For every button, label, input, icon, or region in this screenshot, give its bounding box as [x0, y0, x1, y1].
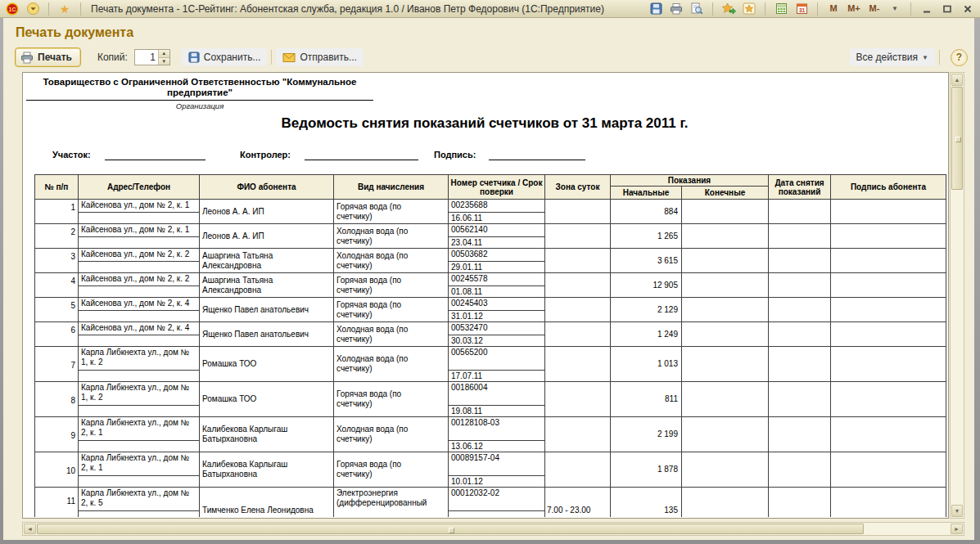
cell-subscriber-signature[interactable] — [831, 452, 946, 487]
cell-subscriber-signature[interactable] — [831, 488, 946, 517]
cell-fio[interactable]: Леонов А. А. ИП — [200, 224, 334, 248]
favorites-icon[interactable] — [741, 2, 757, 16]
more-commands-icon[interactable]: ▼ — [887, 2, 903, 16]
document-title[interactable]: Ведомость снятия показаний счетчиков от … — [23, 115, 946, 132]
cell-initial-reading[interactable]: 2 199 — [611, 417, 682, 452]
phone-subcell[interactable] — [79, 441, 199, 452]
cell-date-taken[interactable] — [769, 347, 831, 381]
add-to-favorites-icon[interactable] — [720, 2, 737, 16]
cell-address[interactable]: Кайсенова ул., дом № 2, к. 4 — [79, 322, 200, 346]
cell-num[interactable]: 4 — [35, 273, 79, 297]
close-icon[interactable] — [960, 2, 976, 16]
cell-num[interactable]: 5 — [35, 298, 79, 321]
cell-initial-reading[interactable]: 811 — [611, 382, 682, 416]
cell-vid[interactable]: Холодная вода (по счетчику) — [334, 347, 449, 381]
send-button[interactable]: Отправить... — [276, 48, 364, 66]
cell-zone[interactable] — [545, 273, 611, 297]
cell-vid[interactable]: Холодная вода (по счетчику) — [334, 322, 449, 346]
cell-final-reading[interactable] — [682, 347, 769, 381]
cell-vid[interactable]: Холодная вода (по счетчику) — [334, 249, 449, 272]
cell-initial-reading[interactable]: 2 129 — [611, 298, 682, 321]
cell-fio[interactable]: Ромашка ТОО — [200, 382, 334, 416]
cell-zone[interactable] — [545, 417, 611, 452]
phone-subcell[interactable] — [79, 286, 199, 297]
memory-minus-icon[interactable]: М- — [866, 2, 883, 16]
memory-icon[interactable]: М — [825, 2, 842, 16]
cell-fio[interactable]: Ященко Павел анатольевич — [200, 298, 334, 321]
cell-meter[interactable]: 00012032-02 — [449, 488, 545, 517]
cell-final-reading[interactable] — [682, 249, 769, 272]
cell-date-taken[interactable] — [769, 200, 831, 223]
save-button[interactable]: Сохранить... — [182, 48, 268, 66]
maximize-icon[interactable] — [939, 2, 955, 16]
cell-zone[interactable] — [545, 382, 611, 416]
cell-date-taken[interactable] — [769, 382, 831, 416]
cell-address[interactable]: Кайсенова ул., дом № 2, к. 2 — [79, 249, 200, 272]
cell-initial-reading[interactable]: 3 615 — [611, 249, 682, 272]
cell-date-taken[interactable] — [769, 452, 831, 487]
cell-vid[interactable]: Горячая вода (по счетчику) — [334, 273, 449, 297]
cell-final-reading[interactable] — [682, 452, 769, 487]
phone-subcell[interactable] — [79, 213, 199, 223]
header-num[interactable]: № п/п — [35, 175, 79, 199]
cell-initial-reading[interactable]: 884 — [611, 200, 682, 223]
phone-subcell[interactable] — [79, 371, 199, 381]
cell-subscriber-signature[interactable] — [831, 347, 946, 381]
cell-zone[interactable]: 7.00 - 23.00 — [545, 488, 611, 517]
cell-date-taken[interactable] — [769, 488, 831, 517]
spin-up-icon[interactable]: ▲ — [159, 50, 169, 57]
spreadsheet-document[interactable]: Товарищество с Ограниченной Ответственно… — [22, 72, 949, 519]
cell-address[interactable]: Карла Либкнехта ул., дом № 2, к. 5 — [79, 488, 200, 517]
cell-final-reading[interactable] — [682, 273, 769, 297]
print-preview-icon[interactable] — [689, 2, 705, 16]
cell-fio[interactable]: Леонов А. А. ИП — [200, 200, 334, 223]
phone-subcell[interactable] — [79, 476, 199, 487]
header-vid[interactable]: Вид начисления — [334, 175, 449, 199]
cell-meter[interactable]: 00128108-03 13.06.12 — [449, 417, 545, 452]
spin-down-icon[interactable]: ▼ — [159, 57, 169, 65]
window-menu-icon[interactable] — [25, 2, 41, 16]
cell-zone[interactable] — [545, 452, 611, 487]
cell-final-reading[interactable] — [682, 417, 769, 452]
cell-num[interactable]: 2 — [35, 224, 79, 248]
organization-name[interactable]: Товарищество с Ограниченной Ответственно… — [26, 77, 373, 101]
cell-meter[interactable]: 00562140 23.04.11 — [449, 224, 545, 248]
cell-initial-reading[interactable]: 1 265 — [611, 224, 682, 248]
cell-num[interactable]: 1 — [35, 200, 79, 223]
cell-meter[interactable]: 00245403 31.01.12 — [449, 298, 545, 321]
cell-date-taken[interactable] — [769, 273, 831, 297]
horizontal-scrollbar-thumb[interactable] — [37, 524, 864, 534]
phone-subcell[interactable] — [79, 511, 199, 517]
cell-initial-reading[interactable]: 1 878 — [611, 452, 682, 487]
cell-meter[interactable]: 00565200 17.07.11 — [449, 347, 545, 381]
cell-vid[interactable]: Горячая вода (по счетчику) — [334, 452, 449, 487]
phone-subcell[interactable] — [79, 311, 199, 321]
cell-initial-reading[interactable]: 135 — [611, 488, 682, 517]
cell-subscriber-signature[interactable] — [831, 322, 946, 346]
vertical-scrollbar[interactable]: ▲ ▼ — [950, 72, 964, 519]
1c-logo-icon[interactable]: 1С — [4, 2, 20, 16]
cell-address[interactable]: Кайсенова ул., дом № 2, к. 2 — [79, 273, 200, 297]
cell-date-taken[interactable] — [769, 417, 831, 452]
cell-address[interactable]: Карла Либкнехта ул., дом № 2, к. 1 — [79, 417, 200, 452]
header-fio[interactable]: ФИО абонента — [200, 175, 334, 199]
cell-meter[interactable]: 00503682 29.01.11 — [449, 249, 545, 272]
cell-final-reading[interactable] — [682, 298, 769, 321]
cell-num[interactable]: 3 — [35, 249, 79, 272]
cell-meter[interactable]: 00532470 30.03.12 — [449, 322, 545, 346]
cell-zone[interactable] — [545, 298, 611, 321]
vertical-scrollbar-thumb[interactable] — [951, 87, 963, 190]
header-meter[interactable]: Номер счетчика / Срок поверки — [449, 175, 545, 199]
calendar-icon[interactable]: 31 — [793, 2, 810, 16]
favorite-star-icon[interactable]: ★ — [56, 2, 73, 16]
horizontal-scrollbar[interactable]: ◄ ► — [22, 522, 964, 536]
cell-address[interactable]: Карла Либкнехта ул., дом № 1, к. 2 — [79, 382, 200, 416]
minimize-icon[interactable] — [919, 2, 935, 16]
cell-date-taken[interactable] — [769, 224, 831, 248]
header-readings[interactable]: Показания — [611, 175, 768, 187]
cell-zone[interactable] — [545, 249, 611, 272]
cell-address[interactable]: Карла Либкнехта ул., дом № 1, к. 2 — [79, 347, 200, 381]
cell-meter[interactable]: 00089157-04 10.01.12 — [449, 452, 545, 487]
print-icon[interactable] — [668, 2, 684, 16]
cell-fio[interactable]: Калибекова Карлыгаш Батырхановна — [200, 452, 334, 487]
